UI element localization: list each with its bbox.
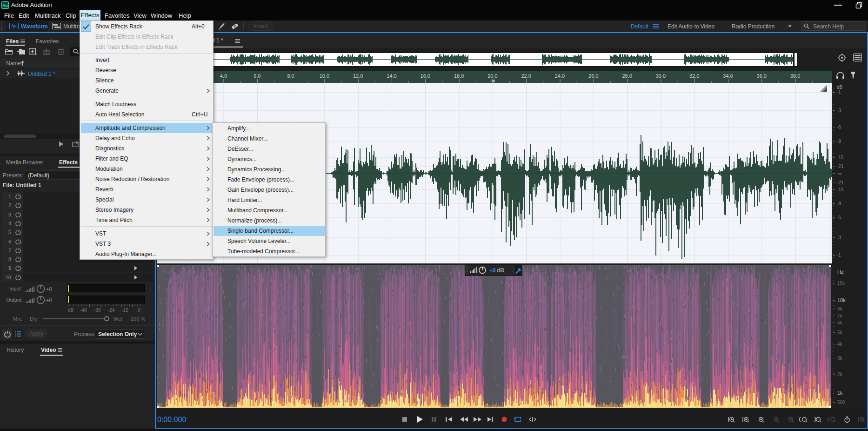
svg-text:2k: 2k [837, 372, 843, 377]
svg-text:500: 500 [837, 400, 845, 405]
svg-text:Hz: Hz [837, 269, 843, 275]
svg-text:10k: 10k [837, 297, 846, 303]
svg-text:3k: 3k [837, 356, 843, 361]
svg-text:1k: 1k [837, 390, 843, 396]
svg-text:7k: 7k [837, 313, 843, 318]
svg-text:8k: 8k [837, 306, 843, 311]
svg-text:dB: dB [497, 267, 504, 274]
svg-text:4k: 4k [837, 342, 843, 347]
svg-text:5k: 5k [837, 330, 843, 335]
svg-text:6k: 6k [837, 320, 843, 325]
svg-text:15k: 15k [837, 281, 845, 286]
svg-text:+0: +0 [489, 267, 496, 274]
